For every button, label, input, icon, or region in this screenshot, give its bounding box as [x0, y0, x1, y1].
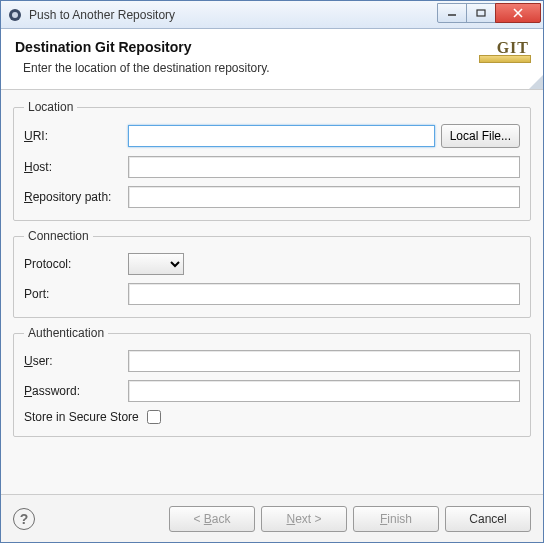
- dialog-window: Push to Another Repository Destination G…: [0, 0, 544, 543]
- authentication-legend: Authentication: [24, 326, 108, 340]
- password-label: Password:: [24, 384, 128, 398]
- host-input[interactable]: [128, 156, 520, 178]
- user-label: User:: [24, 354, 128, 368]
- repository-path-label: Repository path:: [24, 190, 128, 204]
- back-button[interactable]: < Back: [169, 506, 255, 532]
- wizard-content: Location URI: Local File... Host: Reposi…: [1, 90, 543, 494]
- local-file-button[interactable]: Local File...: [441, 124, 520, 148]
- git-logo-icon: GIT: [481, 39, 529, 57]
- close-button[interactable]: [495, 3, 541, 23]
- connection-group: Connection Protocol: Port:: [13, 229, 531, 318]
- page-title: Destination Git Repository: [15, 39, 481, 55]
- password-input[interactable]: [128, 380, 520, 402]
- uri-input[interactable]: [128, 125, 435, 147]
- window-controls: [438, 3, 541, 23]
- maximize-button[interactable]: [466, 3, 496, 23]
- wizard-footer: ? < Back Next > Finish Cancel: [1, 494, 543, 542]
- svg-point-1: [12, 12, 18, 18]
- finish-button[interactable]: Finish: [353, 506, 439, 532]
- wizard-header: Destination Git Repository Enter the loc…: [1, 29, 543, 90]
- connection-legend: Connection: [24, 229, 93, 243]
- store-secure-checkbox[interactable]: [147, 410, 161, 424]
- app-icon: [7, 7, 23, 23]
- port-input[interactable]: [128, 283, 520, 305]
- svg-rect-3: [477, 10, 485, 16]
- help-button[interactable]: ?: [13, 508, 35, 530]
- protocol-select[interactable]: [128, 253, 184, 275]
- port-label: Port:: [24, 287, 128, 301]
- page-subtitle: Enter the location of the destination re…: [15, 61, 481, 75]
- minimize-button[interactable]: [437, 3, 467, 23]
- uri-label: URI:: [24, 129, 128, 143]
- next-button[interactable]: Next >: [261, 506, 347, 532]
- window-title: Push to Another Repository: [29, 8, 438, 22]
- location-group: Location URI: Local File... Host: Reposi…: [13, 100, 531, 221]
- titlebar[interactable]: Push to Another Repository: [1, 1, 543, 29]
- user-input[interactable]: [128, 350, 520, 372]
- corner-fold-icon: [529, 75, 543, 89]
- authentication-group: Authentication User: Password: Store in …: [13, 326, 531, 437]
- cancel-button[interactable]: Cancel: [445, 506, 531, 532]
- location-legend: Location: [24, 100, 77, 114]
- store-secure-label: Store in Secure Store: [24, 410, 139, 424]
- repository-path-input[interactable]: [128, 186, 520, 208]
- host-label: Host:: [24, 160, 128, 174]
- protocol-label: Protocol:: [24, 257, 128, 271]
